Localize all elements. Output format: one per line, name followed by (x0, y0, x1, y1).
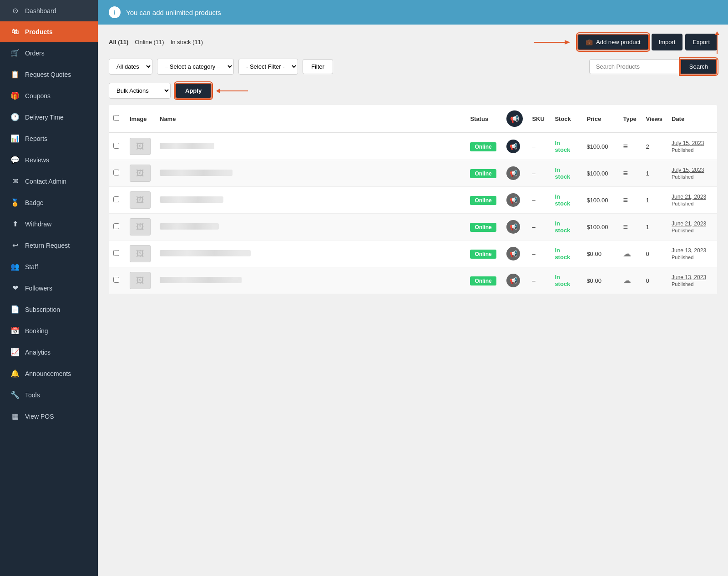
top-bar: All (11)Online (11)In stock (11) 💼 Add n… (109, 34, 717, 50)
sidebar-item-followers[interactable]: ❤ Followers (0, 277, 98, 299)
sidebar-item-request-quotes[interactable]: 📋 Request Quotes (0, 64, 98, 85)
date-cell-2: June 21, 2023 Published (667, 187, 717, 214)
sidebar-label-tools: Tools (25, 391, 40, 399)
price-cell-4: $0.00 (582, 240, 618, 267)
status-filter[interactable]: - Select Filter - (238, 59, 298, 75)
request-quotes-icon: 📋 (10, 70, 20, 79)
type-cell-4: ☁ (618, 240, 641, 267)
sku-cell-1: – (527, 160, 550, 187)
type-cell-3: ≡ (618, 214, 641, 240)
table-row: 🖼 Online 📢 – Instock $100.00 ≡ 1 June 21… (109, 214, 717, 240)
sidebar-item-badge[interactable]: 🏅 Badge (0, 192, 98, 213)
megaphone-cell-5: 📢 (502, 267, 527, 294)
megaphone-cell-2: 📢 (502, 187, 527, 214)
banner-text: You can add unlimited products (126, 9, 221, 16)
filter-row: All dates – Select a category – - Select… (109, 59, 717, 75)
filter-tab-1[interactable]: Online (11) (135, 39, 164, 45)
megaphone-button-1[interactable]: 📢 (506, 166, 520, 180)
search-input[interactable] (589, 59, 680, 74)
sidebar-item-analytics[interactable]: 📈 Analytics (0, 341, 98, 363)
sidebar: ⊙ Dashboard🛍 Products🛒 Orders📋 Request Q… (0, 0, 98, 576)
type-cell-5: ☁ (618, 267, 641, 294)
category-filter[interactable]: – Select a category – (157, 59, 234, 75)
sidebar-item-coupons[interactable]: 🎁 Coupons (0, 85, 98, 106)
sidebar-item-orders[interactable]: 🛒 Orders (0, 42, 98, 64)
sidebar-item-products[interactable]: 🛍 Products (0, 21, 98, 42)
row-checkbox-5[interactable] (113, 277, 119, 283)
stock-cell-0: Instock (550, 133, 582, 160)
row-checkbox-0[interactable] (113, 143, 119, 149)
sidebar-label-booking: Booking (25, 327, 48, 335)
date-cell-0: July 15, 2023 Published (667, 133, 717, 160)
product-status-0: Online (465, 133, 502, 160)
date-filter[interactable]: All dates (109, 59, 152, 75)
sku-cell-0: – (527, 133, 550, 160)
table-row: 🖼 Online 📢 – Instock $100.00 ≡ 2 July 15… (109, 133, 717, 160)
sidebar-item-tools[interactable]: 🔧 Tools (0, 384, 98, 406)
sidebar-item-dashboard[interactable]: ⊙ Dashboard (0, 0, 98, 21)
sidebar-label-delivery-time: Delivery Time (25, 114, 64, 121)
stock-cell-2: Instock (550, 187, 582, 214)
megaphone-button-2[interactable]: 📢 (506, 193, 520, 207)
sidebar-item-withdraw[interactable]: ⬆ Withdraw (0, 213, 98, 235)
import-button[interactable]: Import (652, 34, 683, 50)
sidebar-item-delivery-time[interactable]: 🕐 Delivery Time (0, 106, 98, 128)
sidebar-label-subscription: Subscription (25, 306, 60, 313)
sidebar-label-return-request: Return Request (25, 242, 70, 249)
sidebar-item-reviews[interactable]: 💬 Reviews (0, 149, 98, 170)
megaphone-button-3[interactable]: 📢 (506, 220, 520, 234)
row-checkbox-3[interactable] (113, 223, 119, 229)
product-status-2: Online (465, 187, 502, 214)
row-checkbox-4[interactable] (113, 250, 119, 256)
type-cell-0: ≡ (618, 133, 641, 160)
date-cell-4: June 13, 2023 Published (667, 240, 717, 267)
search-button[interactable]: Search (680, 59, 717, 75)
th-views: Views (641, 105, 667, 133)
megaphone-button-4[interactable]: 📢 (506, 247, 520, 260)
row-checkbox-2[interactable] (113, 196, 119, 202)
megaphone-button-0[interactable]: 📢 (506, 140, 520, 153)
product-name-4 (155, 240, 465, 267)
sidebar-label-withdraw: Withdraw (25, 220, 51, 228)
row-checkbox-1[interactable] (113, 170, 119, 175)
type-cell-2: ≡ (618, 187, 641, 214)
annotation-arrow-left (216, 86, 248, 95)
table-row: 🖼 Online 📢 – Instock $100.00 ≡ 1 June 21… (109, 187, 717, 214)
sidebar-item-contact-admin[interactable]: ✉ Contact Admin (0, 170, 98, 192)
sidebar-item-booking[interactable]: 📅 Booking (0, 320, 98, 341)
megaphone-cell-0: 📢 (502, 133, 527, 160)
product-name-0 (155, 133, 465, 160)
sidebar-label-followers: Followers (25, 285, 52, 292)
sidebar-label-orders: Orders (25, 50, 45, 57)
sidebar-item-announcements[interactable]: 🔔 Announcements (0, 363, 98, 384)
add-product-button[interactable]: 💼 Add new product (577, 34, 649, 50)
th-image: Image (125, 105, 155, 133)
reviews-icon: 💬 (10, 155, 20, 164)
sidebar-item-view-pos[interactable]: ▦ View POS (0, 406, 98, 427)
filter-tab-2[interactable]: In stock (11) (171, 39, 203, 45)
filter-button[interactable]: Filter (303, 59, 333, 74)
apply-button[interactable]: Apply (175, 83, 212, 99)
info-banner: i You can add unlimited products (98, 0, 728, 25)
sidebar-item-staff[interactable]: 👥 Staff (0, 256, 98, 277)
filter-tab-0[interactable]: All (11) (109, 39, 128, 45)
th-name: Name (155, 105, 465, 133)
product-image-0: 🖼 (130, 138, 151, 155)
sidebar-item-return-request[interactable]: ↩ Return Request (0, 235, 98, 256)
stock-cell-3: Instock (550, 214, 582, 240)
views-cell-1: 1 (641, 160, 667, 187)
analytics-icon: 📈 (10, 348, 20, 356)
views-cell-4: 0 (641, 240, 667, 267)
bulk-actions-select[interactable]: Bulk Actions (109, 83, 171, 99)
reports-icon: 📊 (10, 134, 20, 143)
sidebar-item-reports[interactable]: 📊 Reports (0, 128, 98, 149)
price-cell-0: $100.00 (582, 133, 618, 160)
megaphone-cell-1: 📢 (502, 160, 527, 187)
sidebar-label-dashboard: Dashboard (25, 7, 56, 15)
select-all-checkbox[interactable] (113, 115, 119, 121)
sidebar-item-subscription[interactable]: 📄 Subscription (0, 299, 98, 320)
product-status-5: Online (465, 267, 502, 294)
sidebar-label-announcements: Announcements (25, 370, 71, 377)
date-cell-1: July 15, 2023 Published (667, 160, 717, 187)
megaphone-button-5[interactable]: 📢 (506, 274, 520, 287)
